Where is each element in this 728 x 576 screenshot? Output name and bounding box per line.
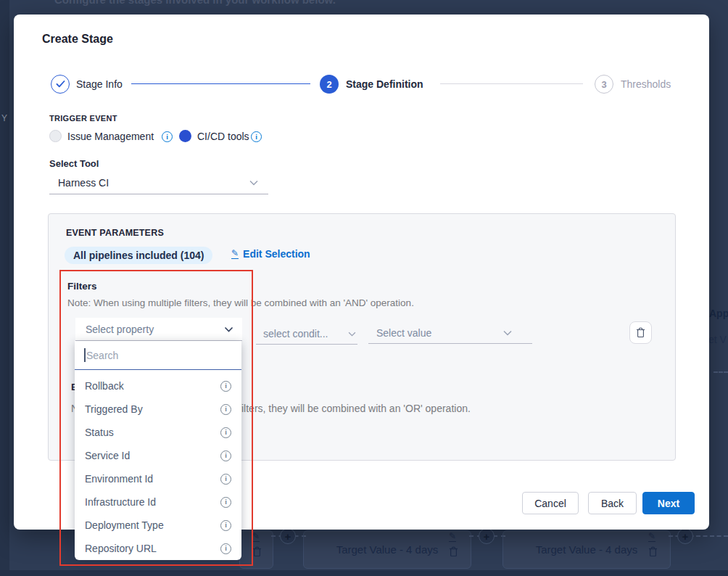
info-icon[interactable]: i [162, 131, 173, 142]
trash-icon[interactable] [648, 546, 658, 560]
background-right-fragment: et V [708, 334, 727, 345]
radio-issue-management-label: Issue Management [67, 131, 154, 142]
step-number: 3 [601, 79, 606, 90]
info-icon[interactable]: i [220, 450, 231, 461]
chevron-down-icon [348, 332, 356, 337]
info-icon[interactable]: i [220, 404, 231, 415]
trigger-event-heading: TRIGGER EVENT [49, 114, 117, 123]
info-glyph: i [225, 545, 227, 552]
chevron-down-icon [224, 326, 233, 332]
radio-cicd-tools[interactable] [179, 130, 191, 142]
chevron-down-icon [249, 180, 258, 186]
info-icon[interactable]: i [220, 381, 231, 392]
option-label: Repository URL [85, 543, 157, 554]
plus-icon: + [285, 530, 291, 543]
plus-icon: + [682, 530, 689, 543]
add-stage-button[interactable]: + [479, 528, 495, 544]
tool-select-value: Harness CI [58, 177, 109, 189]
radio-issue-management[interactable] [49, 130, 62, 142]
info-icon[interactable]: i [220, 427, 231, 438]
screen: Configure the stages involved in your wo… [0, 0, 728, 576]
value-select[interactable]: Select value [368, 322, 532, 344]
step-thresholds-label: Thresholds [621, 78, 671, 90]
trash-icon [636, 327, 645, 338]
back-button[interactable]: Back [588, 492, 637, 514]
dropdown-option-infrastructure-id[interactable]: Infrastructure Id i [75, 490, 241, 514]
condition-select-placeholder: select condit... [263, 328, 328, 340]
next-button[interactable]: Next [642, 492, 695, 514]
option-label: Rollback [85, 380, 124, 392]
info-glyph: i [225, 475, 227, 482]
search-input[interactable] [75, 341, 241, 369]
stepper-connector [440, 83, 583, 84]
radio-cicd-tools-label: CI/CD tools [197, 131, 249, 142]
left-sidebar-strip [0, 0, 9, 576]
event-parameters-heading: EVENT PARAMETERS [66, 228, 164, 238]
edit-icon: ✎ [231, 249, 239, 259]
target-value-card[interactable]: Target Value - 4 days [303, 530, 471, 569]
step-stage-definition-label: Stage Definition [346, 78, 423, 90]
edit-selection-link[interactable]: ✎ Edit Selection [231, 248, 310, 260]
step-stage-info-circle[interactable] [51, 75, 70, 94]
target-value-label: Target Value - 4 days [336, 543, 439, 556]
modal-title: Create Stage [42, 33, 113, 46]
option-label: Deployment Type [85, 519, 164, 531]
chevron-down-icon [503, 330, 512, 336]
option-label: Infrastructure Id [85, 496, 156, 508]
add-stage-button[interactable]: + [280, 528, 296, 544]
stepper-connector [131, 83, 310, 84]
background-left-fragment: Y [1, 113, 7, 123]
trash-icon[interactable] [252, 546, 262, 560]
info-glyph: i [166, 133, 168, 141]
dropdown-option-repository-url[interactable]: Repository URL i [75, 537, 241, 560]
background-heading: Configure the stages involved in your wo… [54, 0, 336, 6]
target-value-label: Target Value - 4 days [536, 543, 638, 556]
delete-filter-button[interactable] [629, 321, 652, 344]
background-right-fragment: App [709, 308, 728, 319]
option-label: Status [85, 427, 114, 438]
text-caret [84, 348, 86, 362]
info-icon[interactable]: i [220, 543, 231, 554]
property-dropdown: Rollback i Triggered By i Status i Servi… [75, 341, 241, 560]
info-glyph: i [225, 429, 227, 436]
option-label: Service Id [85, 450, 130, 461]
edit-icon[interactable]: ✎ [449, 532, 456, 542]
filters-note: Note: When using multiple filters, they … [67, 297, 414, 308]
plus-icon: + [484, 530, 490, 543]
edit-icon[interactable]: ✎ [648, 532, 655, 542]
connector-dash [713, 371, 728, 373]
dropdown-option-rollback[interactable]: Rollback i [75, 374, 241, 398]
trash-icon[interactable] [449, 546, 458, 560]
property-select[interactable]: Select property [75, 318, 242, 341]
info-icon[interactable]: i [220, 474, 231, 485]
dropdown-option-environment-id[interactable]: Environment Id i [75, 467, 241, 490]
info-glyph: i [225, 498, 227, 506]
cancel-button[interactable]: Cancel [522, 492, 579, 514]
info-glyph: i [225, 382, 227, 390]
dropdown-search[interactable] [75, 341, 241, 370]
step-number: 2 [326, 79, 331, 90]
info-icon[interactable]: i [220, 497, 231, 508]
edit-icon[interactable]: ✎ [252, 532, 260, 542]
info-icon[interactable]: i [220, 520, 231, 531]
dropdown-option-deployment-type[interactable]: Deployment Type i [75, 514, 241, 537]
info-glyph: i [225, 406, 227, 413]
step-stage-definition-circle[interactable]: 2 [320, 75, 339, 94]
dropdown-options-list: Rollback i Triggered By i Status i Servi… [75, 370, 241, 560]
dropdown-option-service-id[interactable]: Service Id i [75, 444, 241, 467]
add-stage-button[interactable]: + [677, 528, 693, 544]
info-glyph: i [225, 452, 227, 459]
select-tool-label: Select Tool [49, 158, 99, 169]
step-thresholds-circle[interactable]: 3 [595, 75, 613, 94]
info-icon[interactable]: i [251, 131, 262, 142]
edit-selection-label: Edit Selection [243, 248, 310, 260]
pipelines-pill: All pipelines included (104) [65, 247, 212, 264]
target-value-card[interactable]: Target Value - 4 days [502, 530, 671, 569]
property-select-placeholder: Select property [86, 324, 154, 335]
option-label: Environment Id [85, 473, 153, 485]
dropdown-option-triggered-by[interactable]: Triggered By i [75, 398, 241, 421]
bottom-strip [0, 570, 728, 576]
tool-select[interactable]: Harness CI [49, 172, 268, 194]
dropdown-option-status[interactable]: Status i [75, 421, 241, 444]
condition-select[interactable]: select condit... [256, 324, 357, 345]
